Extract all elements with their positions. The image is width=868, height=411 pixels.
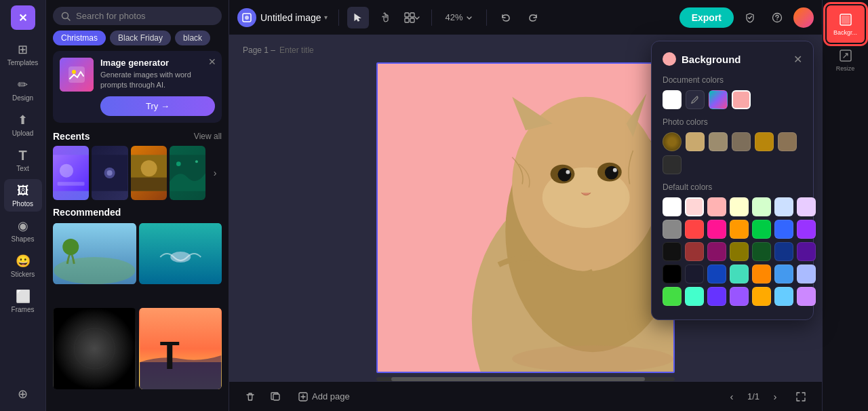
help-button[interactable]	[766, 7, 788, 28]
default-color-4-1[interactable]	[685, 287, 704, 306]
background-panel-button[interactable]: Backgr...	[827, 5, 865, 43]
shield-icon	[745, 12, 755, 23]
layout-tool-button[interactable]	[401, 7, 423, 28]
svg-point-17	[54, 257, 135, 284]
document-title[interactable]: Untitled image ▾	[260, 12, 328, 23]
photo-2[interactable]	[139, 223, 222, 284]
view-all-button[interactable]: View all	[194, 132, 222, 141]
default-color-1-2[interactable]	[707, 220, 726, 239]
default-color-4-5[interactable]	[774, 287, 793, 306]
recent-thumb-4[interactable]	[170, 146, 205, 200]
default-color-2-4[interactable]	[752, 242, 771, 261]
default-color-1-5[interactable]	[774, 220, 793, 239]
doc-color-gradient[interactable]	[709, 90, 728, 109]
default-color-3-0[interactable]	[663, 265, 682, 283]
photos-icon: 🖼	[16, 183, 31, 198]
default-color-3-3[interactable]	[730, 265, 749, 283]
try-button[interactable]: Try →	[100, 96, 215, 116]
default-color-2-3[interactable]	[730, 242, 749, 261]
default-color-1-0[interactable]	[663, 220, 682, 239]
sidebar-item-text[interactable]: T Text	[4, 144, 42, 176]
default-color-0-1[interactable]	[685, 197, 704, 216]
pointer-tool-button[interactable]	[347, 7, 369, 28]
undo-button[interactable]	[495, 7, 517, 28]
default-color-0-2[interactable]	[707, 197, 726, 216]
default-color-1-3[interactable]	[730, 220, 749, 239]
photo-color-1[interactable]	[663, 132, 682, 151]
more-icon: ⊕	[16, 387, 31, 402]
fullscreen-button[interactable]	[791, 387, 811, 407]
redo-button[interactable]	[522, 7, 544, 28]
close-banner-button[interactable]: ✕	[208, 56, 216, 67]
sidebar-item-photos[interactable]: 🖼 Photos	[4, 179, 42, 212]
tag-christmas[interactable]: Christmas	[53, 31, 106, 45]
default-color-3-4[interactable]	[752, 265, 771, 283]
canvas-scrollbar[interactable]	[376, 377, 675, 381]
user-avatar[interactable]	[793, 7, 814, 28]
default-color-0-3[interactable]	[730, 197, 749, 216]
photo-color-2[interactable]	[686, 132, 705, 151]
sidebar-item-more[interactable]: ⊕	[4, 383, 42, 406]
default-color-4-2[interactable]	[707, 287, 726, 306]
default-color-4-3[interactable]	[730, 287, 749, 306]
zoom-control[interactable]: 42%	[440, 9, 478, 25]
default-color-2-1[interactable]	[685, 242, 704, 261]
photo-color-7[interactable]	[663, 155, 682, 174]
doc-color-pink-selected[interactable]	[732, 90, 751, 109]
add-page-button[interactable]: Add page	[292, 389, 357, 404]
default-color-2-5[interactable]	[774, 242, 793, 261]
default-color-3-6[interactable]	[797, 265, 816, 283]
default-color-3-2[interactable]	[707, 265, 726, 283]
canvas[interactable]	[376, 62, 675, 373]
tag-blackfriday[interactable]: Black Friday	[110, 31, 171, 45]
recents-next-arrow[interactable]: ›	[208, 146, 222, 200]
recent-thumb-1[interactable]	[53, 146, 89, 200]
sidebar-item-shapes[interactable]: ◉ Shapes	[4, 214, 42, 247]
next-page-button[interactable]: ›	[765, 387, 785, 407]
photo-color-4[interactable]	[732, 132, 751, 151]
photo-1[interactable]	[53, 223, 136, 284]
recent-thumb-2[interactable]	[92, 146, 127, 200]
recommended-title: Recommended	[46, 207, 229, 223]
eyedropper-tool[interactable]	[686, 90, 705, 109]
delete-button[interactable]	[240, 387, 260, 407]
doc-color-white[interactable]	[663, 90, 682, 109]
default-color-3-5[interactable]	[774, 265, 793, 283]
app-logo[interactable]: ✕	[11, 5, 35, 30]
default-color-2-2[interactable]	[707, 242, 726, 261]
sidebar-item-stickers[interactable]: 😀 Stickers	[4, 250, 42, 282]
photo-3[interactable]	[53, 308, 136, 389]
default-color-1-4[interactable]	[752, 220, 771, 239]
search-input[interactable]	[76, 11, 214, 21]
resize-panel-button[interactable]: Resize	[827, 43, 865, 77]
duplicate-button[interactable]	[266, 387, 286, 407]
photo-color-6[interactable]	[778, 132, 797, 151]
shield-button[interactable]	[739, 7, 761, 28]
photo-color-3[interactable]	[709, 132, 728, 151]
sidebar-item-upload[interactable]: ⬆ Upload	[4, 109, 42, 141]
sidebar-item-frames[interactable]: ⬜ Frames	[4, 285, 42, 317]
default-color-1-1[interactable]	[685, 220, 704, 239]
tag-black[interactable]: black	[175, 31, 210, 45]
export-button[interactable]: Export	[679, 7, 734, 28]
sidebar-item-design[interactable]: ✏ Design	[4, 73, 42, 106]
default-color-4-0[interactable]	[663, 287, 682, 306]
prev-page-button[interactable]: ‹	[722, 387, 742, 407]
photo-color-5[interactable]	[755, 132, 774, 151]
default-color-0-5[interactable]	[774, 197, 793, 216]
photo-4[interactable]	[139, 308, 222, 389]
default-color-1-6[interactable]	[797, 220, 816, 239]
default-color-0-6[interactable]	[797, 197, 816, 216]
default-color-2-6[interactable]	[797, 242, 816, 261]
sidebar-item-templates[interactable]: ⊞ Templates	[4, 38, 42, 71]
default-color-4-4[interactable]	[752, 287, 771, 306]
default-color-3-1[interactable]	[685, 265, 704, 283]
bg-panel-close-button[interactable]: ✕	[793, 53, 802, 66]
page-title-input[interactable]	[279, 45, 381, 55]
hand-tool-button[interactable]	[374, 7, 396, 28]
default-color-0-0[interactable]	[663, 197, 682, 216]
default-color-0-4[interactable]	[752, 197, 771, 216]
recent-thumb-3[interactable]	[131, 146, 167, 200]
default-color-4-6[interactable]	[797, 287, 816, 306]
default-color-2-0[interactable]	[663, 242, 682, 261]
